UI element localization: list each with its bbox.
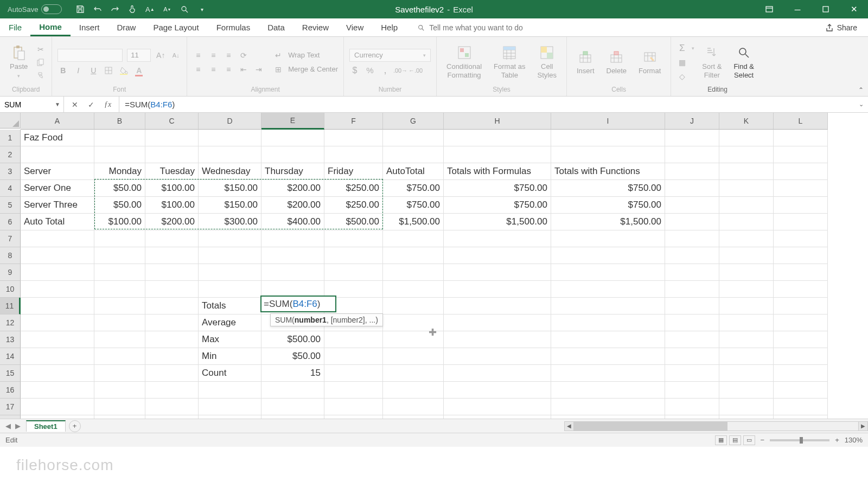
enter-formula-icon[interactable]: ✓ <box>88 100 94 109</box>
tab-draw[interactable]: Draw <box>108 18 144 36</box>
cell[interactable] <box>145 130 199 146</box>
format-painter-icon[interactable] <box>35 70 46 81</box>
comma-icon[interactable]: , <box>380 65 391 76</box>
fill-icon[interactable]: ▦ <box>676 57 687 68</box>
cell[interactable] <box>21 146 94 163</box>
cell[interactable] <box>551 399 665 415</box>
cell[interactable] <box>551 281 665 298</box>
cell[interactable]: Average <box>199 314 261 331</box>
cell[interactable]: Auto Total <box>21 214 94 230</box>
cell[interactable]: $750.00 <box>383 197 444 214</box>
cell[interactable] <box>21 281 94 298</box>
tab-home[interactable]: Home <box>30 18 71 36</box>
cell[interactable] <box>383 130 444 146</box>
cell[interactable] <box>261 399 324 415</box>
cell[interactable]: Count <box>199 365 261 382</box>
cell[interactable] <box>383 298 444 314</box>
percent-icon[interactable]: % <box>365 65 375 76</box>
border-icon[interactable] <box>103 65 114 76</box>
cell[interactable] <box>94 399 145 415</box>
cell[interactable] <box>444 281 551 298</box>
cell[interactable] <box>719 163 774 180</box>
cell[interactable] <box>665 230 719 247</box>
name-box[interactable]: ▼ <box>0 97 64 112</box>
cell[interactable] <box>261 415 324 419</box>
minimize-button[interactable]: ─ <box>783 0 812 18</box>
orientation-icon[interactable]: ⟳ <box>238 50 249 61</box>
cell[interactable]: $500.00 <box>324 214 383 230</box>
cell[interactable] <box>145 331 199 348</box>
cell[interactable] <box>261 130 324 146</box>
cell[interactable]: Wednesday <box>199 163 261 180</box>
autosave-toggle[interactable] <box>41 4 62 14</box>
cell[interactable] <box>444 298 551 314</box>
select-all-corner[interactable] <box>0 113 21 129</box>
sheet-nav[interactable]: ◀▶ <box>0 422 26 430</box>
font-color-icon[interactable]: A <box>133 65 144 76</box>
cell[interactable]: Server One <box>21 180 94 197</box>
col-header-j[interactable]: J <box>665 113 719 130</box>
cell[interactable]: Totals with Functions <box>551 163 665 180</box>
cell[interactable]: $1,500.00 <box>383 214 444 230</box>
cell[interactable] <box>145 348 199 365</box>
row-header[interactable]: 5 <box>0 197 21 214</box>
scroll-left-icon[interactable]: ◀ <box>564 421 574 431</box>
cell[interactable] <box>551 331 665 348</box>
cell[interactable] <box>719 264 774 281</box>
cell[interactable] <box>21 365 94 382</box>
cell[interactable] <box>665 382 719 399</box>
view-normal-icon[interactable]: ▦ <box>715 435 727 445</box>
row-header[interactable]: 18 <box>0 415 21 419</box>
cell[interactable] <box>383 281 444 298</box>
cell[interactable] <box>261 264 324 281</box>
cell[interactable] <box>665 415 719 419</box>
cell[interactable] <box>774 281 828 298</box>
zoom-slider[interactable] <box>770 439 829 441</box>
cell[interactable] <box>444 382 551 399</box>
cell[interactable] <box>261 382 324 399</box>
col-header-d[interactable]: D <box>199 113 261 130</box>
cell[interactable] <box>444 348 551 365</box>
cell[interactable] <box>444 399 551 415</box>
cell[interactable]: $250.00 <box>324 197 383 214</box>
cell[interactable] <box>774 264 828 281</box>
cell[interactable] <box>444 247 551 264</box>
cell[interactable] <box>719 382 774 399</box>
cell[interactable]: AutoTotal <box>383 163 444 180</box>
cell[interactable] <box>324 382 383 399</box>
align-left-icon[interactable]: ≡ <box>193 64 203 75</box>
row-header[interactable]: 14 <box>0 348 21 365</box>
col-header-l[interactable]: L <box>774 113 828 130</box>
formula-input[interactable]: =SUM(B4:F6) <box>119 97 854 112</box>
font-grow-icon[interactable]: A▲ <box>145 5 154 14</box>
delete-cells-button[interactable]: Delete <box>602 47 631 78</box>
cell[interactable] <box>383 331 444 348</box>
qat-customize-icon[interactable]: ▾ <box>197 5 206 14</box>
cell[interactable] <box>551 382 665 399</box>
cell[interactable]: $750.00 <box>551 180 665 197</box>
cell[interactable] <box>719 214 774 230</box>
cell[interactable] <box>21 348 94 365</box>
col-header-i[interactable]: I <box>551 113 665 130</box>
sheet-prev-icon[interactable]: ◀ <box>5 422 11 430</box>
cell[interactable] <box>665 298 719 314</box>
row-header[interactable]: 2 <box>0 146 21 163</box>
cell[interactable] <box>444 365 551 382</box>
align-bottom-icon[interactable]: ≡ <box>223 50 234 61</box>
active-cell-editor[interactable]: =SUM(B4:F6) <box>260 296 336 312</box>
cell[interactable] <box>551 146 665 163</box>
cell[interactable] <box>719 197 774 214</box>
cell[interactable]: $200.00 <box>261 180 324 197</box>
view-page-layout-icon[interactable]: ▤ <box>729 435 741 445</box>
col-header-f[interactable]: F <box>324 113 383 130</box>
sort-filter-button[interactable]: Sort & Filter <box>698 43 726 81</box>
tab-help[interactable]: Help <box>372 18 406 36</box>
cell[interactable] <box>774 214 828 230</box>
cell[interactable] <box>324 146 383 163</box>
cell[interactable] <box>665 197 719 214</box>
cell[interactable] <box>774 163 828 180</box>
cell[interactable] <box>774 348 828 365</box>
cell[interactable] <box>199 264 261 281</box>
cell[interactable] <box>145 281 199 298</box>
cancel-formula-icon[interactable]: ✕ <box>72 100 78 109</box>
